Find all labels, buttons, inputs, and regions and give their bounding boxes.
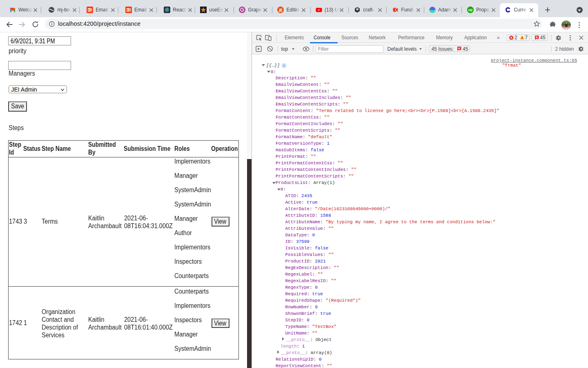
svg-text:up: up: [468, 8, 472, 12]
svg-text:R: R: [278, 7, 283, 13]
